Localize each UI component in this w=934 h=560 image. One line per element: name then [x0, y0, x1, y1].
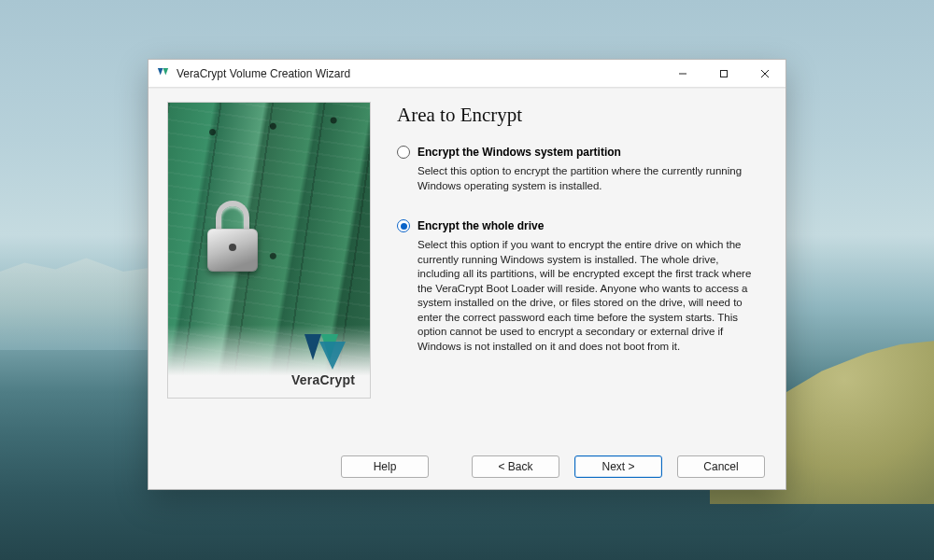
wizard-content: Area to Encrypt Encrypt the Windows syst… [397, 102, 767, 437]
svg-rect-3 [721, 70, 728, 77]
option-description: Select this option to encrypt the partit… [397, 164, 752, 193]
app-icon [156, 66, 170, 80]
option-label: Encrypt the whole drive [417, 219, 544, 232]
veracrypt-logo: VeraCrypt [291, 332, 355, 388]
svg-marker-1 [163, 68, 169, 76]
page-heading: Area to Encrypt [397, 104, 767, 127]
option-label: Encrypt the Windows system partition [417, 146, 621, 159]
brand-name: VeraCrypt [291, 372, 355, 387]
option-encrypt-whole-drive[interactable]: Encrypt the whole drive Select this opti… [397, 219, 767, 354]
titlebar[interactable]: VeraCrypt Volume Creation Wizard [149, 60, 785, 88]
help-button[interactable]: Help [341, 455, 429, 478]
back-button[interactable]: < Back [472, 455, 559, 478]
radio-encrypt-partition[interactable] [397, 146, 410, 159]
radio-encrypt-whole-drive[interactable] [397, 219, 410, 232]
wizard-hero-image: VeraCrypt [167, 102, 371, 399]
option-encrypt-partition[interactable]: Encrypt the Windows system partition Sel… [397, 146, 767, 193]
svg-marker-8 [319, 342, 346, 370]
option-description: Select this option if you want to encryp… [397, 238, 752, 354]
svg-marker-0 [158, 68, 163, 76]
cancel-button[interactable]: Cancel [677, 455, 765, 478]
window-title: VeraCrypt Volume Creation Wizard [177, 67, 350, 80]
svg-marker-6 [304, 334, 321, 360]
maximize-button[interactable] [703, 60, 744, 88]
wizard-window: VeraCrypt Volume Creation Wizard [148, 59, 786, 490]
minimize-button[interactable] [662, 60, 703, 88]
wizard-footer: Help < Back Next > Cancel [149, 444, 785, 489]
close-button[interactable] [744, 60, 785, 88]
next-button[interactable]: Next > [574, 455, 662, 478]
padlock-icon [207, 201, 262, 273]
desktop-wallpaper: VeraCrypt Volume Creation Wizard [0, 0, 934, 560]
